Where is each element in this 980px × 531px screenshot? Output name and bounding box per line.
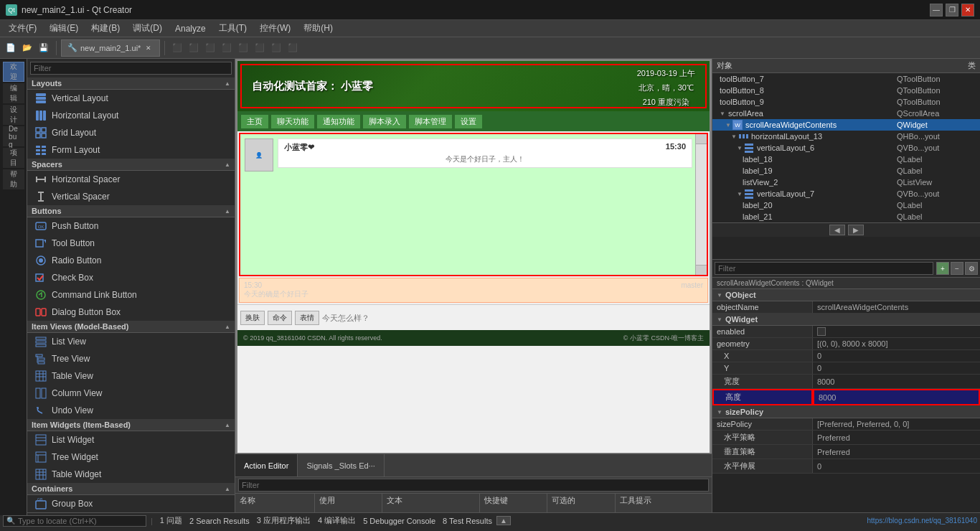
widget-table-widget[interactable]: Table Widget (27, 466, 235, 483)
menu-debug[interactable]: 调试(D) (127, 21, 168, 36)
prop-geometry-value[interactable]: [(0, 0), 8000 x 8000] (813, 338, 980, 349)
status-search-results[interactable]: 2 Search Results (187, 517, 253, 525)
nav-script-record-button[interactable]: 脚本录入 (362, 114, 407, 129)
status-debugger-console[interactable]: 5 Debugger Console (360, 517, 438, 525)
sidebar-filter-input[interactable] (30, 62, 232, 75)
section-item-widgets[interactable]: Item Widgets (Item-Based) (27, 419, 235, 431)
widget-check-box[interactable]: Check Box (27, 269, 235, 286)
bottom-filter-input[interactable] (238, 479, 709, 492)
prop-height-value[interactable]: 8000 (813, 389, 980, 405)
menu-edit[interactable]: 编辑(E) (44, 21, 84, 36)
tree-item-scrollareawidgetcontents[interactable]: ▼ W scrollAreaWidgetContents QWidget (712, 119, 980, 131)
tb-align-left-button[interactable]: ⬛ (169, 40, 185, 56)
prop-vpolicy-value[interactable]: Preferred (813, 445, 980, 459)
menu-tools[interactable]: 工具(T) (213, 21, 253, 36)
prop-group-qobject[interactable]: QObject (712, 289, 980, 301)
close-button[interactable]: ✕ (961, 4, 974, 17)
menu-file[interactable]: 文件(F) (3, 21, 42, 36)
tree-arrow-vl6[interactable]: ▼ (735, 143, 744, 153)
nav-settings-button[interactable]: 设置 (454, 114, 483, 129)
tree-item-horizontallayout13[interactable]: ▼ horizontalLayout_13 QHBo...yout (712, 131, 980, 142)
tree-item-scrollarea[interactable]: ▼ scrollArea QScrollArea (712, 108, 980, 119)
tree-arrow-vl7[interactable]: ▼ (735, 189, 744, 199)
widget-horizontal-layout[interactable]: Horizontal Layout (27, 107, 235, 124)
widget-table-view[interactable]: Table View (27, 367, 235, 385)
tb-align-center-button[interactable]: ⬛ (186, 40, 202, 56)
widget-tree-widget[interactable]: Tree Widget (27, 448, 235, 466)
signals-slots-tab[interactable]: Signals _Slots Ed··· (298, 454, 384, 476)
status-up-button[interactable]: ▲ (496, 516, 511, 525)
mode-welcome[interactable]: 欢迎 (3, 62, 24, 82)
tree-item-label20[interactable]: label_20 QLabel (712, 199, 980, 211)
prop-enabled-value[interactable] (813, 326, 980, 337)
action-editor-tab[interactable]: Action Editor (235, 454, 298, 476)
btn-skin[interactable]: 换肤 (240, 311, 265, 325)
prop-group-sizepolicy[interactable]: sizePolicy (712, 406, 980, 418)
mode-edit[interactable]: 编辑 (3, 83, 24, 103)
widget-command-link-button[interactable]: Command Link Button (27, 286, 235, 304)
remove-property-button[interactable]: − (951, 262, 963, 275)
widget-dialog-button-box[interactable]: Dialog Button Box (27, 304, 235, 321)
tb-align-right-button[interactable]: ⬛ (202, 40, 218, 56)
restore-button[interactable]: ❐ (946, 4, 958, 17)
tree-item-verticallayout6[interactable]: ▼ verticalLayout_6 QVBo...yout (712, 142, 980, 154)
status-app-output[interactable]: 3 应用程序输出 (254, 515, 314, 526)
locate-input[interactable] (18, 517, 126, 525)
tb-save-button[interactable]: 💾 (36, 40, 52, 56)
section-buttons[interactable]: Buttons (27, 205, 235, 217)
nav-script-manage-button[interactable]: 脚本管理 (408, 114, 453, 129)
prop-x-value[interactable]: 0 (813, 350, 980, 362)
active-tab[interactable]: 🔧 new_main2_1.ui* ✕ (61, 39, 160, 57)
widget-group-box[interactable]: GB Group Box (27, 495, 235, 512)
tree-arrow-scrollareawidgetcontents[interactable]: ▼ (724, 120, 732, 130)
tree-item-toolbutton7[interactable]: toolButton_7 QToolButton (712, 73, 980, 85)
widget-vertical-spacer[interactable]: Vertical Spacer (27, 188, 235, 205)
widget-tool-button[interactable]: Tool Button (27, 235, 235, 252)
tab-close-button[interactable]: ✕ (143, 43, 154, 53)
widget-vertical-layout[interactable]: Vertical Layout (27, 90, 235, 107)
status-test-results[interactable]: 8 Test Results (440, 517, 495, 525)
tree-arrow-hl13[interactable]: ▼ (730, 131, 738, 141)
widget-grid-layout[interactable]: Grid Layout (27, 124, 235, 141)
tb-preview-button[interactable]: ⬛ (285, 40, 301, 56)
prop-objectname-value[interactable]: scrollAreaWidgetContents (813, 301, 980, 313)
menu-widgets[interactable]: 控件(W) (254, 21, 296, 36)
mode-help[interactable]: 帮助 (3, 169, 24, 189)
widget-undo-view[interactable]: Undo View (27, 402, 235, 419)
tb-open-button[interactable]: 📂 (19, 40, 35, 56)
mode-project[interactable]: 项目 (3, 148, 24, 168)
widget-form-layout[interactable]: Form Layout (27, 141, 235, 159)
section-containers[interactable]: Containers (27, 483, 235, 495)
tb-align-top-button[interactable]: ⬛ (219, 40, 235, 56)
prop-group-qwidget[interactable]: QWidget (712, 314, 980, 326)
tree-item-verticallayout7[interactable]: ▼ verticalLayout_7 QVBo...yout (712, 188, 980, 199)
nav-chat-button[interactable]: 聊天功能 (270, 114, 315, 129)
menu-analyze[interactable]: Analyze (169, 22, 212, 35)
nav-home-button[interactable]: 主页 (240, 114, 269, 129)
tree-item-label18[interactable]: label_18 QLabel (712, 154, 980, 165)
tree-prev-button[interactable]: ◀ (829, 225, 845, 235)
tb-break-layout-button[interactable]: ⬛ (252, 40, 268, 56)
mode-design[interactable]: 设计 (3, 105, 24, 125)
prop-sizepolicy-value[interactable]: [Preferred, Preferred, 0, 0] (813, 418, 980, 430)
tb-adjust-size-button[interactable]: ⬛ (268, 40, 284, 56)
tree-item-label19[interactable]: label_19 QLabel (712, 165, 980, 177)
section-item-views[interactable]: Item Views (Model-Based) (27, 321, 235, 333)
add-property-button[interactable]: + (936, 262, 949, 275)
btn-emotion[interactable]: 表情 (295, 311, 319, 325)
tree-item-toolbutton9[interactable]: toolButton_9 QToolButton (712, 96, 980, 108)
minimize-button[interactable]: — (930, 4, 943, 17)
tb-grid-button[interactable]: ⬛ (235, 40, 251, 56)
status-problems[interactable]: 1 问题 (157, 515, 185, 526)
widget-radio-button[interactable]: Radio Button (27, 252, 235, 269)
properties-filter-input[interactable] (715, 262, 933, 275)
tree-item-label21[interactable]: label_21 QLabel (712, 211, 980, 222)
widget-tree-view[interactable]: Tree View (27, 350, 235, 367)
widget-push-button[interactable]: OK Push Button (27, 217, 235, 235)
status-compile-output[interactable]: 4 编译输出 (315, 515, 359, 526)
chat-input-field[interactable] (322, 314, 707, 322)
prop-width-value[interactable]: 8000 (813, 375, 980, 388)
section-spacers[interactable]: Spacers (27, 159, 235, 171)
section-layouts[interactable]: Layouts (27, 77, 235, 90)
prop-y-value[interactable]: 0 (813, 362, 980, 374)
